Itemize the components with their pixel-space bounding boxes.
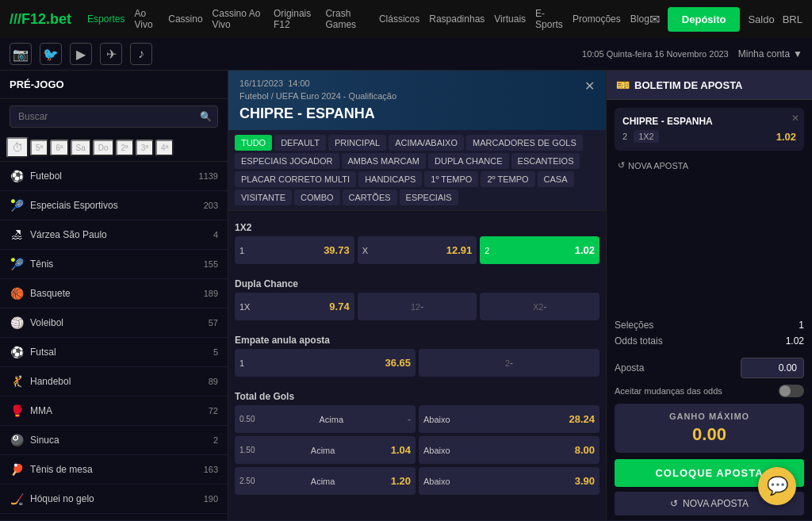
sidebar-item-mma[interactable]: 🥊 MMA 72 bbox=[0, 396, 228, 426]
filter-tab-placar-correto-multi[interactable]: PLACAR CORRETO MULTI bbox=[235, 171, 356, 187]
chat-bubble[interactable]: 💬 bbox=[758, 467, 796, 505]
filter-tab-default[interactable]: DEFAULT bbox=[274, 135, 326, 151]
gols-250-under[interactable]: Abaixo 3.90 bbox=[419, 467, 599, 495]
day-filter-1[interactable]: 5ª bbox=[30, 140, 48, 156]
nav-link-promoções[interactable]: Promoções bbox=[573, 13, 621, 25]
day-filter-3[interactable]: Sa bbox=[71, 140, 91, 156]
gols-050-over[interactable]: 0.50 Acima - bbox=[235, 405, 416, 433]
odd-x2[interactable]: X2 - bbox=[480, 293, 599, 320]
odd-12[interactable]: 12 - bbox=[358, 293, 477, 320]
sidebar-item-futebol[interactable]: ⚽ Futebol 1139 bbox=[0, 162, 228, 191]
close-match-icon[interactable]: ✕ bbox=[584, 79, 595, 94]
day-filter-0[interactable]: ⏱ bbox=[6, 137, 29, 158]
sport-count: 57 bbox=[209, 318, 218, 328]
gols-150-over-value: 1.04 bbox=[391, 444, 411, 456]
filter-tab-combo[interactable]: COMBO bbox=[294, 190, 340, 205]
sidebar-item-hóquei-no-gelo[interactable]: 🏒 Hóquei no gelo 190 bbox=[0, 485, 228, 514]
nav-link-ao-vivo[interactable]: Ao Vivo bbox=[134, 8, 159, 30]
sport-icon: 🏒 bbox=[10, 492, 24, 506]
sidebar-item-handebol[interactable]: 🤾 Handebol 89 bbox=[0, 367, 228, 396]
gols-150-under[interactable]: Abaixo 8.00 bbox=[419, 436, 599, 464]
twitter-icon[interactable]: 🐦 bbox=[40, 43, 62, 65]
remove-bet-icon[interactable]: ✕ bbox=[791, 113, 799, 124]
filter-tab-2º-tempo[interactable]: 2º TEMPO bbox=[481, 171, 534, 187]
tiktok-icon[interactable]: ♪ bbox=[130, 43, 152, 65]
odd-1x[interactable]: 1X 9.74 bbox=[235, 293, 354, 320]
filter-tab-ambas-marcam[interactable]: AMBAS MARCAM bbox=[342, 153, 426, 169]
day-filter-6[interactable]: 3ª bbox=[136, 140, 154, 156]
sidebar-item-tênis[interactable]: 🎾 Tênis 155 bbox=[0, 250, 228, 279]
day-filter-7[interactable]: 4ª bbox=[155, 140, 174, 156]
youtube-icon[interactable]: ▶ bbox=[70, 43, 92, 65]
odds-totais-label: Odds totais bbox=[615, 335, 663, 347]
sidebar-item-futsal[interactable]: ⚽ Futsal 5 bbox=[0, 338, 228, 367]
odd-1[interactable]: 1 39.73 bbox=[235, 236, 354, 264]
sidebar-item-basquete[interactable]: 🏀 Basquete 189 bbox=[0, 279, 228, 308]
nav-link-cassino[interactable]: Cassino bbox=[168, 13, 202, 25]
telegram-icon[interactable]: ✈ bbox=[100, 43, 122, 65]
odd-1-label: 1 bbox=[239, 246, 244, 255]
filter-tab-tudo[interactable]: TUDO bbox=[235, 135, 272, 151]
nav-link-e-sports[interactable]: E-Sports bbox=[535, 8, 563, 30]
gols-150-under-value: 8.00 bbox=[575, 444, 595, 456]
mail-icon[interactable]: ✉ bbox=[649, 12, 660, 27]
odd-empate-1[interactable]: 1 36.65 bbox=[235, 349, 416, 377]
match-title: CHIPRE - ESPANHA bbox=[239, 105, 396, 122]
filter-tab-dupla-chance[interactable]: DUPLA CHANCE bbox=[428, 153, 509, 169]
instagram-icon[interactable]: 📷 bbox=[10, 43, 32, 65]
odds-toggle[interactable] bbox=[779, 385, 804, 397]
odd-1-value: 39.73 bbox=[324, 244, 350, 256]
filter-tab-cartões[interactable]: CARTÕES bbox=[343, 190, 397, 205]
sport-icon: 🥊 bbox=[10, 404, 24, 418]
filter-tab-1º-tempo[interactable]: 1º TEMPO bbox=[424, 171, 478, 187]
search-icon: 🔍 bbox=[200, 111, 212, 122]
gols-150-over[interactable]: 1.50 Acima 1.04 bbox=[235, 436, 416, 464]
sidebar-item-sinuca[interactable]: 🎱 Sinuca 2 bbox=[0, 426, 228, 455]
odd-empate-2[interactable]: 2 - bbox=[419, 349, 599, 377]
nova-aposta-small-btn[interactable]: ↺ NOVA APOSTA bbox=[615, 157, 804, 174]
nav-link-originais-f12[interactable]: Originais F12 bbox=[274, 8, 316, 30]
odd-2[interactable]: 2 1.02 bbox=[480, 236, 599, 264]
filter-tab-especiais-jogador[interactable]: ESPECIAIS JOGADOR bbox=[235, 153, 339, 169]
sidebar-item-nfl[interactable]: 🏈 NFL 104 bbox=[0, 514, 228, 520]
filter-tab-acima/abaixo[interactable]: ACIMA/ABAIXO bbox=[389, 135, 464, 151]
deposit-button[interactable]: Depósito bbox=[668, 7, 741, 32]
sidebar-item-voleibol[interactable]: 🏐 Voleibol 57 bbox=[0, 308, 228, 338]
nav-link-blog[interactable]: Blog bbox=[630, 13, 649, 25]
filter-tab-especiais[interactable]: ESPECIAIS bbox=[400, 190, 458, 205]
odd-x[interactable]: X 12.91 bbox=[358, 236, 477, 264]
sidebar-item-especiais-esportivos[interactable]: 🎾 Especiais Esportivos 203 bbox=[0, 191, 228, 220]
logo-name: F12 bbox=[21, 11, 46, 27]
center-content: 16/11/2023 14:00 Futebol / UEFA Euro 202… bbox=[228, 71, 606, 520]
nav-link-virtuais[interactable]: Virtuais bbox=[494, 13, 526, 25]
aceitar-row: Aceitar mudanças das odds bbox=[607, 385, 812, 404]
gols-250-under-label: Abaixo bbox=[423, 477, 450, 486]
bet-selection-num: 2 bbox=[622, 132, 627, 141]
sidebar-item-várzea-são-paulo[interactable]: 🏖 Várzea São Paulo 4 bbox=[0, 220, 228, 250]
filter-tab-visitante[interactable]: VISITANTE bbox=[235, 190, 292, 205]
gols-050-under[interactable]: Abaixo 28.24 bbox=[419, 405, 599, 433]
day-filter-5[interactable]: 2ª bbox=[116, 140, 134, 156]
nav-link-esportes[interactable]: Esportes bbox=[87, 13, 124, 25]
nav-link-raspadinhas[interactable]: Raspadinhas bbox=[429, 13, 485, 25]
day-filter-2[interactable]: 6ª bbox=[50, 140, 68, 156]
search-input[interactable] bbox=[10, 105, 218, 128]
nav-link-clássicos[interactable]: Clássicos bbox=[379, 13, 419, 25]
logo-prefix: /// bbox=[10, 11, 21, 27]
betslip-header: 🎫 BOLETIM DE APOSTA bbox=[607, 71, 812, 100]
filter-tab-escanteios[interactable]: ESCANTEIOS bbox=[511, 153, 580, 169]
sidebar-item-tênis-de-mesa[interactable]: 🏓 Tênis de mesa 163 bbox=[0, 455, 228, 485]
filter-tab-casa[interactable]: CASA bbox=[538, 171, 574, 187]
filter-tab-handicaps[interactable]: HANDICAPS bbox=[358, 171, 422, 187]
gols-250-over[interactable]: 2.50 Acima 1.20 bbox=[235, 467, 416, 495]
sport-count: 72 bbox=[209, 406, 218, 416]
nav-link-crash-games[interactable]: Crash Games bbox=[325, 8, 369, 30]
nav-link-cassino-ao-vivo[interactable]: Cassino Ao Vivo bbox=[213, 8, 264, 30]
day-filter-4[interactable]: Do bbox=[93, 140, 114, 156]
filter-tab-marcadores-de-gols[interactable]: MARCADORES DE GOLS bbox=[466, 135, 583, 151]
aposta-input[interactable] bbox=[741, 358, 804, 378]
odds-totais-row: Odds totais 1.02 bbox=[615, 335, 804, 347]
sport-name: Futebol bbox=[30, 170, 193, 182]
minha-conta[interactable]: Minha conta ▼ bbox=[738, 48, 802, 59]
filter-tab-principal[interactable]: PRINCIPAL bbox=[328, 135, 386, 151]
